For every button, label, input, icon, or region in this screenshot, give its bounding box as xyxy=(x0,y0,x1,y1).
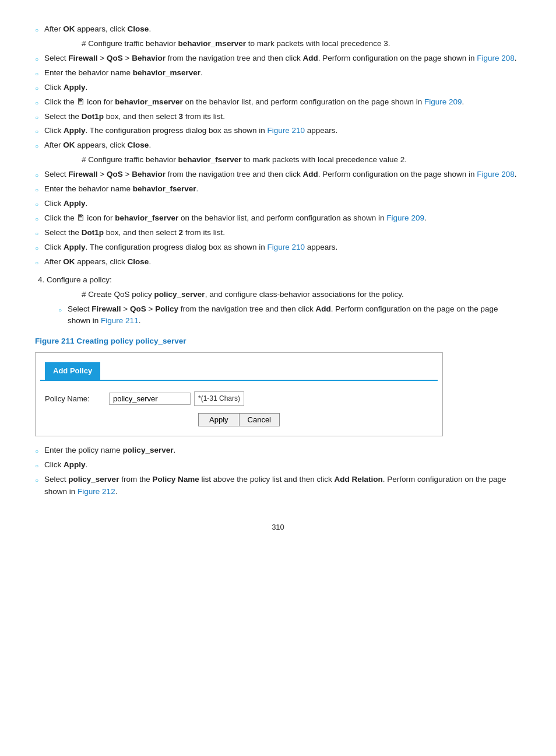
bullet-icon: ○ xyxy=(35,55,38,64)
form-row-policy-name: Policy Name: *(1-31 Chars) xyxy=(45,391,433,406)
step-4-intro: Configure a policy: xyxy=(47,275,112,284)
item-text: After OK appears, click Close. xyxy=(44,23,521,36)
figure-link[interactable]: Figure 212 xyxy=(78,487,115,496)
list-item: ○ Click the 🖹 icon for behavior_mserver … xyxy=(35,96,521,108)
page-number: 310 xyxy=(35,522,521,533)
bullet-icon: ○ xyxy=(35,186,38,195)
bullet-icon: ○ xyxy=(35,200,38,209)
step4-bullets: ○ Select Firewall > QoS > Policy from th… xyxy=(47,303,521,328)
list-item: ○ After OK appears, click Close. xyxy=(35,23,521,36)
bullet-icon: ○ xyxy=(35,26,38,35)
list-item: ○ After OK appears, click Close. xyxy=(35,256,521,268)
list-item: ○ Select the Dot1p box, and then select … xyxy=(35,111,521,123)
bullets-group-1: ○ Select Firewall > QoS > Behavior from … xyxy=(35,52,521,152)
item-text: Select Firewall > QoS > Behavior from th… xyxy=(44,169,521,181)
item-text: Select Firewall > QoS > Policy from the … xyxy=(68,303,521,328)
cancel-button[interactable]: Cancel xyxy=(239,413,280,426)
list-item: ○ Select Firewall > QoS > Policy from th… xyxy=(58,303,521,328)
figure-box: Add Policy Policy Name: *(1-31 Chars) Ap… xyxy=(35,352,443,436)
bullet-icon: ○ xyxy=(35,113,38,123)
form-buttons: Apply Cancel xyxy=(45,413,433,426)
bullet-icon: ○ xyxy=(35,244,38,253)
bullet-icon: ○ xyxy=(35,127,38,136)
item-text: Select the Dot1p box, and then select 2 … xyxy=(44,227,521,239)
hash-line-2: # Configure traffic behavior behavior_fs… xyxy=(58,154,521,166)
list-item: ○ Select Firewall > QoS > Behavior from … xyxy=(35,52,521,65)
bullet-icon: ○ xyxy=(35,229,38,239)
item-text: Click Apply. The configuration progress … xyxy=(44,125,521,137)
numbered-list: Configure a policy: # Create QoS policy … xyxy=(35,274,521,328)
bullets-after-figure: ○ Enter the policy name policy_server. ○… xyxy=(35,444,521,498)
list-item: ○ Enter the policy name policy_server. xyxy=(35,444,521,457)
policy-name-hint: *(1-31 Chars) xyxy=(194,391,244,406)
list-item: ○ Click Apply. xyxy=(35,82,521,94)
figure-link[interactable]: Figure 209 xyxy=(424,97,462,106)
figure-link[interactable]: Figure 211 xyxy=(101,316,139,325)
figure-link[interactable]: Figure 208 xyxy=(477,54,515,62)
bullet-icon: ○ xyxy=(58,306,62,315)
item-text: Enter the behavior name behavior_fserver… xyxy=(44,183,521,195)
bullet-icon: ○ xyxy=(35,69,38,79)
step-4: Configure a policy: # Create QoS policy … xyxy=(47,274,521,328)
bullet-icon: ○ xyxy=(35,99,38,108)
item-text: Enter the policy name policy_server. xyxy=(44,444,521,457)
item-text: Select policy_server from the Policy Nam… xyxy=(44,474,521,498)
policy-name-label: Policy Name: xyxy=(45,393,109,405)
item-text: After OK appears, click Close. xyxy=(44,139,521,152)
intro-bullets: ○ After OK appears, click Close. xyxy=(35,23,521,36)
list-item: ○ Click Apply. xyxy=(35,198,521,210)
item-text: Click Apply. xyxy=(44,459,521,471)
list-item: ○ Click Apply. xyxy=(35,459,521,471)
apply-button[interactable]: Apply xyxy=(198,413,239,426)
bullet-icon: ○ xyxy=(35,461,38,471)
bullet-icon: ○ xyxy=(35,447,38,456)
hash-line-1: # Configure traffic behavior behavior_ms… xyxy=(58,38,521,50)
item-text: After OK appears, click Close. xyxy=(44,256,521,268)
bullet-icon: ○ xyxy=(35,142,38,151)
list-item: ○ Enter the behavior name behavior_fserv… xyxy=(35,183,521,195)
list-item: ○ Select Firewall > QoS > Behavior from … xyxy=(35,169,521,181)
page-content: ○ After OK appears, click Close. # Confi… xyxy=(35,23,521,533)
list-item: ○ Enter the behavior name behavior_mserv… xyxy=(35,67,521,79)
figure-link[interactable]: Figure 210 xyxy=(268,243,305,251)
list-item: ○ After OK appears, click Close. xyxy=(35,139,521,152)
policy-name-input[interactable] xyxy=(109,393,191,405)
figure-link[interactable]: Figure 210 xyxy=(268,126,305,135)
bullet-icon: ○ xyxy=(35,215,38,224)
item-text: Click Apply. xyxy=(44,198,521,210)
bullet-icon: ○ xyxy=(35,171,38,180)
bullets-group-2: ○ Select Firewall > QoS > Behavior from … xyxy=(35,169,521,268)
step4-hash: # Create QoS policy policy_server, and c… xyxy=(70,289,521,301)
item-text: Select Firewall > QoS > Behavior from th… xyxy=(44,52,521,65)
figure-caption: Figure 211 Creating policy policy_server xyxy=(35,335,521,348)
item-text: Enter the behavior name behavior_mserver… xyxy=(44,67,521,79)
item-text: Click Apply. The configuration progress … xyxy=(44,242,521,254)
bullet-icon: ○ xyxy=(35,84,38,93)
item-text: Select the Dot1p box, and then select 3 … xyxy=(44,111,521,123)
add-policy-header: Add Policy xyxy=(45,362,100,380)
list-item: ○ Click Apply. The configuration progres… xyxy=(35,125,521,137)
list-item: ○ Select the Dot1p box, and then select … xyxy=(35,227,521,239)
list-item: ○ Click the 🖹 icon for behavior_fserver … xyxy=(35,212,521,225)
figure-link[interactable]: Figure 208 xyxy=(477,170,515,178)
item-text: Click the 🖹 icon for behavior_fserver on… xyxy=(44,212,521,225)
item-text: Click Apply. xyxy=(44,82,521,94)
list-item: ○ Click Apply. The configuration progres… xyxy=(35,242,521,254)
list-item: ○ Select policy_server from the Policy N… xyxy=(35,474,521,498)
bullet-icon: ○ xyxy=(35,476,38,485)
bullet-icon: ○ xyxy=(35,258,38,268)
figure-link[interactable]: Figure 209 xyxy=(386,214,424,222)
item-text: Click the 🖹 icon for behavior_mserver on… xyxy=(44,96,521,108)
figure-form: Policy Name: *(1-31 Chars) Apply Cancel xyxy=(36,381,442,436)
